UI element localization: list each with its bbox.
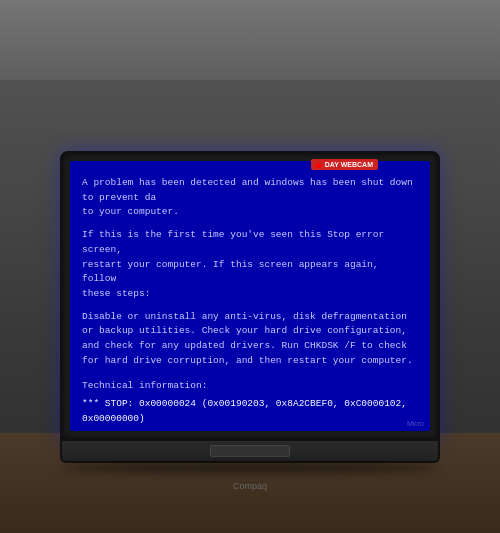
room-wall — [0, 0, 500, 80]
technical-info-label: Technical information: — [82, 379, 418, 394]
ms-watermark: Micro — [407, 420, 424, 427]
room-background: DAY WEBCAM A problem has been detected a… — [0, 0, 500, 533]
bsod-content: A problem has been detected and windows … — [70, 161, 430, 431]
laptop-shadow — [60, 463, 440, 473]
bsod-screen: A problem has been detected and windows … — [70, 161, 430, 431]
laptop-base — [60, 441, 440, 463]
bsod-line3: Disable or uninstall any anti-virus, dis… — [82, 310, 418, 369]
webcam-label: DAY WEBCAM — [325, 161, 373, 168]
touchpad — [210, 445, 290, 457]
webcam-dot — [316, 163, 321, 168]
webcam-indicator: DAY WEBCAM — [311, 159, 378, 170]
bsod-line2: If this is the first time you've seen th… — [82, 228, 418, 302]
bsod-line1: A problem has been detected and windows … — [82, 176, 418, 220]
laptop-brand-logo: Compaq — [233, 481, 267, 491]
laptop-screen-bezel: DAY WEBCAM A problem has been detected a… — [60, 151, 440, 441]
laptop: DAY WEBCAM A problem has been detected a… — [60, 151, 440, 473]
stop-code: *** STOP: 0x00000024 (0x00190203, 0x8A2C… — [82, 397, 418, 426]
